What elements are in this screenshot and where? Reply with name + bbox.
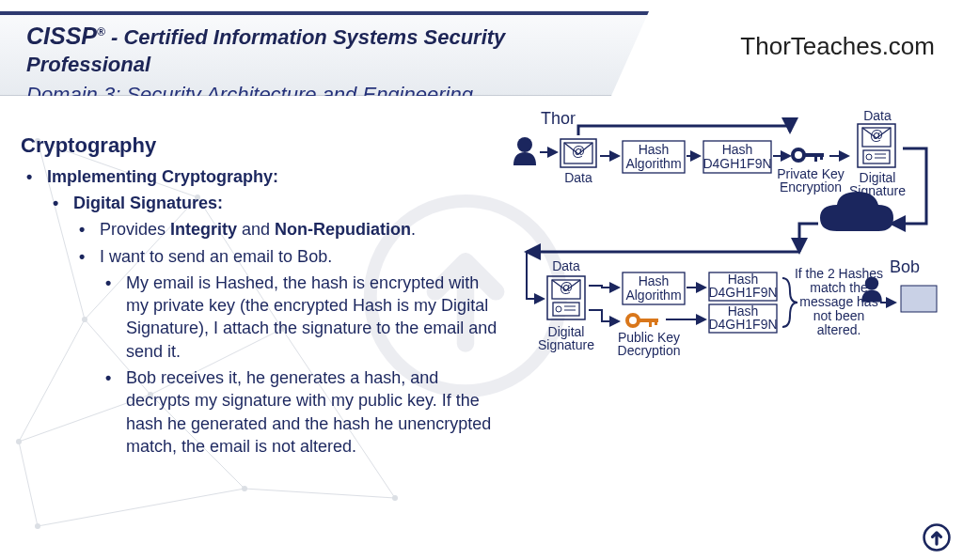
- svg-text:D4GH1F9N: D4GH1F9N: [708, 285, 777, 300]
- data-label-3: Data: [552, 258, 580, 273]
- brand-label: ThorTeaches.com: [740, 32, 935, 61]
- bullet-step-verify: Bob receives it, he generates a hash, an…: [100, 366, 505, 458]
- svg-text:Encryption: Encryption: [780, 179, 842, 194]
- key-icon: [793, 149, 824, 162]
- title-prefix: CISSP: [26, 23, 97, 49]
- data-sig-package-icon-2: [547, 276, 585, 319]
- svg-text:not been: not been: [813, 308, 865, 323]
- svg-text:altered.: altered.: [817, 322, 861, 337]
- svg-text:Decryption: Decryption: [618, 343, 681, 358]
- svg-text:Hash: Hash: [722, 142, 753, 157]
- svg-line-20: [245, 489, 395, 498]
- thor-label: Thor: [541, 109, 576, 128]
- title-plate: CISSP® - Certified Information Systems S…: [0, 11, 649, 96]
- registered-mark: ®: [97, 25, 105, 39]
- data-label-2: Data: [863, 108, 892, 123]
- svg-text:Hash: Hash: [639, 273, 670, 288]
- digital-signature-diagram: @ @: [508, 111, 950, 449]
- bullet-step-sign: My email is Hashed, the hash is encrypte…: [100, 272, 505, 363]
- page-title: CISSP® - Certified Information Systems S…: [26, 23, 623, 77]
- svg-text:Algorithm: Algorithm: [625, 156, 681, 171]
- bullet-send-email: I want to send an email to Bob. My email…: [73, 245, 505, 459]
- envelope-icon: [560, 139, 596, 167]
- svg-point-8: [392, 495, 398, 501]
- svg-point-7: [242, 486, 247, 491]
- svg-line-19: [38, 489, 245, 526]
- svg-text:Algorithm: Algorithm: [625, 288, 681, 303]
- svg-text:Hash: Hash: [639, 142, 670, 157]
- svg-text:D4GH1F9N: D4GH1F9N: [703, 156, 771, 171]
- header: CISSP® - Certified Information Systems S…: [0, 11, 963, 98]
- slide: CISSP® - Certified Information Systems S…: [0, 0, 963, 560]
- data-sig-package-icon: [858, 124, 895, 167]
- key-icon-public: [627, 315, 658, 327]
- section-heading: Cryptography: [21, 132, 505, 160]
- svg-text:D4GH1F9N: D4GH1F9N: [708, 317, 777, 332]
- content-column: Cryptography Implementing Cryptography: …: [21, 132, 505, 461]
- bullet-digital-signatures: Digital Signatures: Provides Integrity a…: [47, 192, 505, 458]
- domain-subtitle: Domain 3: Security Architecture and Engi…: [26, 83, 623, 107]
- corner-logo-icon: [922, 522, 952, 552]
- svg-text:Signature: Signature: [538, 337, 594, 352]
- svg-text:match the: match the: [810, 280, 868, 295]
- data-label-1: Data: [564, 170, 592, 185]
- bob-label: Bob: [890, 257, 920, 276]
- svg-point-6: [35, 523, 40, 529]
- svg-rect-66: [901, 286, 937, 312]
- bullet-integrity: Provides Integrity and Non-Repudiation.: [73, 218, 505, 241]
- person-icon: [513, 137, 536, 165]
- bullet-implementing: Implementing Cryptography: Digital Signa…: [21, 165, 505, 459]
